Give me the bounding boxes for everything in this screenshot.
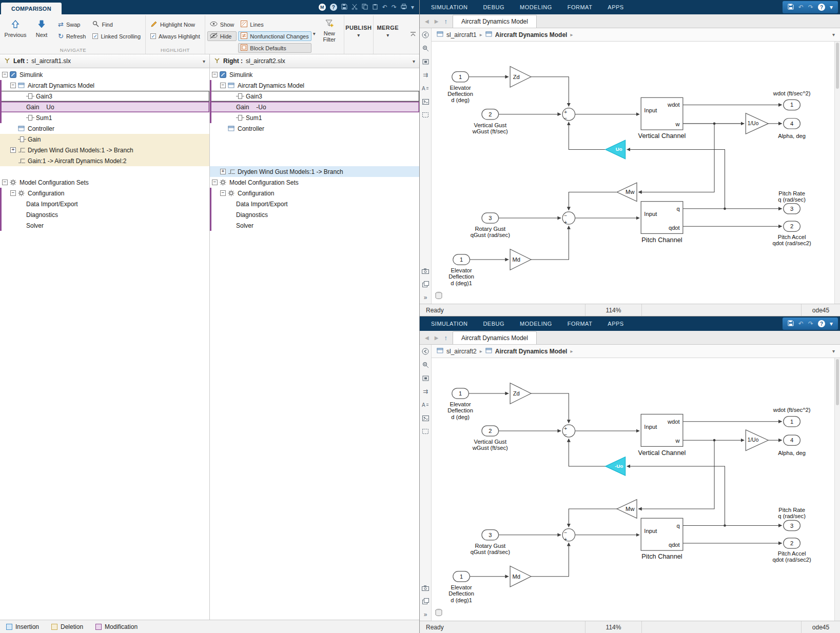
tab-apps[interactable]: APPS (608, 321, 623, 327)
pitch-channel-block[interactable]: Input q qdot Pitch Channel (641, 518, 683, 560)
tree-node[interactable]: −Configuration (210, 188, 419, 199)
breadcrumb-dropdown[interactable]: ▾ (832, 32, 835, 37)
chevron-down-icon[interactable]: ▾ (411, 4, 414, 10)
mw-gain-block[interactable]: Mw (617, 500, 637, 518)
tab-modeling[interactable]: MODELING (520, 4, 552, 10)
pane-menu-dropdown[interactable]: ▾ (413, 58, 415, 64)
expander-plus-icon[interactable]: + (220, 169, 226, 174)
image-icon[interactable] (421, 97, 430, 106)
signal-routing-icon[interactable]: ⇉ (421, 71, 430, 79)
tree-node[interactable]: Diagnostics (210, 209, 419, 220)
area-icon[interactable] (421, 427, 430, 436)
always-highlight-toggle[interactable]: ✓ Always Highlight (148, 31, 203, 41)
zd-gain-block[interactable]: Zd (510, 383, 531, 404)
mw-gain-block[interactable]: Mw (617, 183, 637, 201)
tree-node[interactable]: Gain (0, 134, 209, 145)
tab-debug[interactable]: DEBUG (483, 321, 504, 327)
tab-modeling[interactable]: MODELING (520, 321, 552, 327)
zd-gain-block[interactable]: Zd (510, 67, 531, 87)
pitch-channel-block[interactable]: Input q qdot Pitch Channel (641, 202, 683, 244)
inport-2-block[interactable]: 2 Vertical Gust wGust (ft/sec) (472, 426, 508, 451)
tree-node[interactable]: +Dryden Wind Gust Models:1 -> Branch (0, 145, 209, 155)
tree-node[interactable]: −Aircraft Dynamics Model (210, 80, 419, 91)
save-icon[interactable] (341, 4, 347, 11)
forward-icon[interactable]: ▶ (435, 19, 439, 24)
vertical-scrollbar[interactable] (834, 42, 840, 304)
tree-node[interactable]: Gain3 (210, 91, 419, 102)
md-gain-block[interactable]: Md (510, 566, 531, 587)
up-to-parent-icon[interactable]: ↑ (444, 18, 447, 25)
right-pane-header[interactable]: Right : sl_aircraft2.slx ▾ (210, 54, 419, 68)
fit-to-view-icon[interactable] (421, 57, 430, 66)
sum-block-vertical[interactable]: + − (562, 425, 575, 438)
tab-simulation[interactable]: SIMULATION (431, 321, 467, 327)
merge-button[interactable]: MERGE ▾ (376, 16, 400, 38)
tree-node[interactable]: Controller (210, 123, 419, 134)
expand-palette-icon[interactable]: » (421, 293, 430, 302)
signal-routing-icon[interactable]: ⇉ (421, 387, 430, 395)
model-canvas[interactable]: 1 Elevator Deflection d (deg) Zd 2 Verti… (432, 42, 840, 304)
inport-3-block[interactable]: 3 Rotary Gust qGust (rad/sec) (471, 213, 510, 239)
new-filter-button[interactable]: New Filter (317, 16, 342, 43)
inport-1-block[interactable]: 1 Elevator Deflection d (deg) (447, 388, 473, 420)
tree-node[interactable]: −Simulink (0, 69, 209, 80)
left-pane-header[interactable]: Left : sl_aircraft1.slx ▾ (0, 54, 210, 68)
tree-node[interactable]: Solver (210, 220, 419, 231)
back-icon[interactable]: ◀ (425, 335, 429, 341)
layers-icon[interactable] (421, 597, 430, 605)
filter-block-defaults-toggle[interactable]: Block Defaults (238, 43, 311, 53)
inv-uo-gain-block[interactable]: 1/Uo (746, 113, 768, 134)
signal-wires[interactable] (468, 77, 782, 260)
expander-minus-icon[interactable]: − (2, 72, 8, 77)
redo-icon[interactable]: ↷ (392, 4, 397, 10)
outport-3-block[interactable]: 3 Pitch Rate q (rad/sec) (778, 507, 806, 530)
linked-scrolling-toggle[interactable]: ✓ Linked Scrolling (90, 31, 143, 41)
vertical-channel-block[interactable]: Input wdot w Vertical Channel (638, 414, 686, 456)
tree-node[interactable]: Diagnostics (0, 209, 209, 220)
expand-palette-icon[interactable]: » (421, 610, 430, 619)
data-inspector-icon[interactable] (435, 291, 443, 301)
publish-button[interactable]: PUBLISH ▾ (346, 16, 371, 38)
block-diagram[interactable]: 1 Elevator Deflection d (deg) Zd 2 Verti… (432, 358, 840, 621)
breadcrumb-subsystem[interactable]: Aircraft Dynamics Model (495, 348, 568, 355)
sum-block-pitch[interactable]: − + (562, 529, 575, 542)
uo-gain-block-highlighted[interactable]: Uo (605, 140, 626, 159)
document-tab[interactable]: Aircraft Dynamics Model (453, 15, 537, 28)
hide-browser-icon[interactable] (421, 347, 430, 355)
tree-node[interactable]: −Configuration (0, 188, 209, 199)
tree-node[interactable]: Data Import/Export (210, 199, 419, 209)
redo-icon[interactable]: ↷ (808, 4, 813, 10)
tree-node[interactable]: Sum1 (210, 112, 419, 123)
expander-minus-icon[interactable]: − (220, 83, 226, 88)
tree-node[interactable]: GainUo (0, 102, 209, 112)
help-icon[interactable]: ? (818, 320, 825, 327)
outport-1-block[interactable]: 1 wdot (ft/sec^2) (773, 407, 811, 426)
sum-block-vertical[interactable]: + − (562, 108, 575, 121)
chevron-down-icon[interactable]: ▾ (830, 321, 833, 327)
back-icon[interactable]: ◀ (425, 19, 429, 24)
tree-node[interactable]: −Aircraft Dynamics Model (0, 80, 209, 91)
tree-node[interactable]: Solver (0, 220, 209, 231)
uo-gain-block-highlighted[interactable]: -Uo (605, 457, 626, 476)
comparison-tab[interactable]: COMPARISON (1, 3, 62, 14)
hide-browser-icon[interactable] (421, 31, 430, 39)
expander-minus-icon[interactable]: − (212, 180, 218, 185)
highlight-now-button[interactable]: Highlight Now (148, 19, 203, 29)
inport-1b-block[interactable]: 1 Elevator Deflection d (deg)1 (448, 571, 474, 603)
tree-node[interactable]: Sum1 (0, 112, 209, 123)
forward-icon[interactable]: ▶ (435, 335, 439, 341)
undo-icon[interactable]: ↶ (798, 4, 804, 10)
undo-icon[interactable]: ↶ (798, 321, 804, 327)
annotation-icon[interactable]: A (421, 84, 430, 92)
filter-list-dropdown[interactable]: ▾ (313, 16, 316, 36)
md-gain-block[interactable]: Md (510, 249, 531, 270)
tree-node[interactable]: −Model Configuration Sets (0, 177, 209, 188)
tab-simulation[interactable]: SIMULATION (431, 4, 467, 10)
filter-lines-toggle[interactable]: Lines (238, 19, 311, 29)
tree-node[interactable]: Controller (0, 123, 209, 134)
inv-uo-gain-block[interactable]: 1/Uo (746, 430, 768, 451)
undo-icon[interactable]: ↶ (382, 4, 387, 10)
sum-block-pitch[interactable]: − + (562, 212, 575, 225)
outport-2-block[interactable]: 2 Pitch Accel qdot (rad/sec2) (772, 538, 811, 563)
outport-4-block[interactable]: 4 Alpha, deg (778, 435, 806, 456)
